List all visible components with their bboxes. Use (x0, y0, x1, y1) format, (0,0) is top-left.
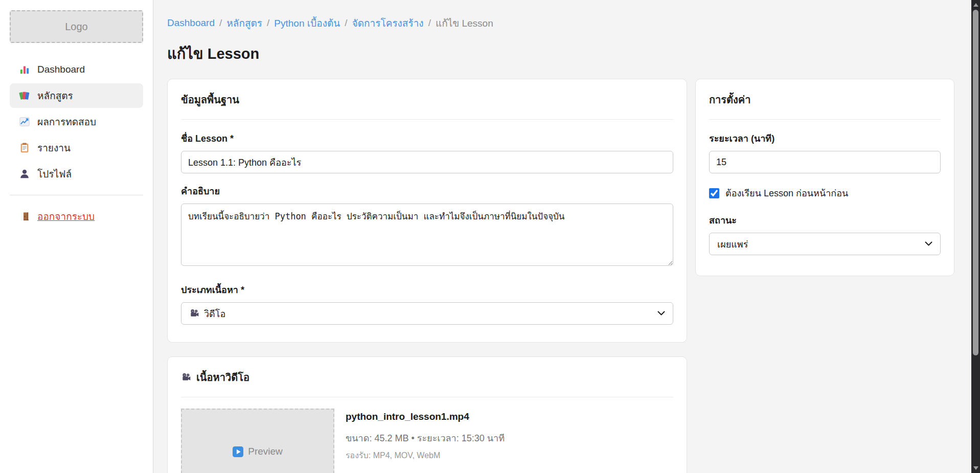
content-type-select[interactable]: วิดีโอ (181, 302, 673, 325)
prerequisite-label: ต้องเรียน Lesson ก่อนหน้าก่อน (725, 186, 848, 200)
sidebar-item-label: หลักสูตร (37, 88, 73, 103)
clipboard-icon (19, 142, 30, 153)
chevron-down-icon (657, 311, 665, 316)
sidebar-item-reports[interactable]: รายงาน (10, 136, 143, 160)
sidebar-item-courses[interactable]: หลักสูตร (10, 83, 143, 108)
sidebar-item-test-results[interactable]: ผลการทดสอบ (10, 109, 143, 134)
door-icon (21, 211, 31, 221)
logout-link[interactable]: ออกจากระบบ (10, 204, 143, 229)
content-type-value: วิดีโอ (204, 306, 225, 321)
page-title: แก้ไข Lesson (167, 42, 971, 65)
breadcrumb-separator: / (345, 17, 347, 29)
video-content-title: เนื้อหาวิดีโอ (181, 369, 673, 397)
left-column: ข้อมูลพื้นฐาน ชื่อ Lesson * คำอธิบาย บทเ… (167, 79, 687, 473)
breadcrumb-link-dashboard[interactable]: Dashboard (167, 17, 215, 29)
breadcrumb-separator: / (428, 17, 431, 29)
video-meta: ขนาด: 45.2 MB • ระยะเวลา: 15:30 นาที (346, 431, 505, 445)
lesson-name-input[interactable] (181, 151, 673, 173)
video-supported-formats: รองรับ: MP4, MOV, WebM (346, 449, 505, 462)
preview-label: Preview (248, 446, 283, 457)
right-column: การตั้งค่า ระยะเวลา (นาที) ต้องเรียน Les… (695, 79, 954, 276)
sidebar-item-label: ผลการทดสอบ (37, 114, 96, 129)
prerequisite-checkbox-row[interactable]: ต้องเรียน Lesson ก่อนหน้าก่อน (709, 186, 941, 200)
page-scrollbar[interactable] (971, 0, 980, 473)
prerequisite-checkbox[interactable] (709, 188, 719, 198)
breadcrumb: Dashboard / หลักสูตร / Python เบื้องต้น … (167, 15, 971, 31)
sidebar-item-label: รายงาน (37, 140, 71, 155)
scrollbar-thumb[interactable] (973, 10, 978, 355)
sidebar-item-label: Dashboard (37, 64, 85, 75)
description-label: คำอธิบาย (181, 184, 673, 198)
settings-card: การตั้งค่า ระยะเวลา (นาที) ต้องเรียน Les… (695, 79, 954, 276)
books-icon (19, 90, 30, 101)
status-label: สถานะ (709, 213, 941, 228)
main-content: Dashboard / หลักสูตร / Python เบื้องต้น … (153, 0, 971, 473)
sidebar-nav: Dashboard หลักสูตร ผลการทดสอบ (10, 57, 143, 188)
logo-placeholder: Logo (10, 10, 143, 43)
video-content-title-text: เนื้อหาวิดีโอ (196, 369, 249, 386)
status-value: เผยแพร่ (717, 237, 748, 252)
duration-input[interactable] (709, 151, 941, 173)
video-content-card: เนื้อหาวิดีโอ Preview python_intro_ (167, 356, 687, 473)
basic-info-card: ข้อมูลพื้นฐาน ชื่อ Lesson * คำอธิบาย บทเ… (167, 79, 687, 343)
description-textarea[interactable]: บทเรียนนี้จะอธิบายว่า Python คืออะไร ประ… (181, 204, 673, 266)
breadcrumb-separator: / (267, 17, 269, 29)
duration-label: ระยะเวลา (นาที) (709, 131, 941, 146)
video-row: Preview python_intro_lesson1.mp4 ขนาด: 4… (181, 409, 673, 473)
person-icon (19, 168, 30, 179)
play-icon (233, 446, 243, 457)
sidebar-item-label: โปรไฟล์ (37, 166, 72, 182)
video-filename: python_intro_lesson1.mp4 (346, 411, 505, 422)
breadcrumb-link-structure[interactable]: จัดการโครงสร้าง (352, 15, 424, 31)
breadcrumb-separator: / (219, 17, 222, 29)
status-select[interactable]: เผยแพร่ (709, 233, 941, 255)
breadcrumb-current: แก้ไข Lesson (436, 15, 493, 31)
movie-camera-icon (189, 308, 199, 319)
scrollbar-up-arrow[interactable] (971, 0, 980, 10)
video-preview[interactable]: Preview (181, 409, 334, 473)
sidebar: Logo Dashboard หลักสูตร (0, 0, 153, 473)
bar-chart-icon (19, 64, 30, 75)
basic-info-title: ข้อมูลพื้นฐาน (181, 92, 673, 120)
breadcrumb-link-course[interactable]: Python เบื้องต้น (274, 15, 340, 31)
chevron-down-icon (925, 241, 932, 246)
lesson-name-label: ชื่อ Lesson * (181, 131, 673, 146)
sidebar-item-profile[interactable]: โปรไฟล์ (10, 162, 143, 186)
logo-text: Logo (65, 21, 88, 33)
content-type-label: ประเภทเนื้อหา * (181, 282, 673, 297)
logout-label: ออกจากระบบ (37, 209, 95, 224)
movie-camera-icon (181, 372, 191, 382)
settings-title: การตั้งค่า (709, 92, 941, 120)
sidebar-divider (10, 195, 143, 195)
breadcrumb-link-courses[interactable]: หลักสูตร (226, 15, 262, 31)
video-info: python_intro_lesson1.mp4 ขนาด: 45.2 MB •… (346, 409, 505, 473)
content-area: ข้อมูลพื้นฐาน ชื่อ Lesson * คำอธิบาย บทเ… (167, 79, 971, 473)
chart-increasing-icon (19, 116, 30, 127)
scrollbar-down-arrow[interactable] (971, 463, 980, 473)
sidebar-item-dashboard[interactable]: Dashboard (10, 57, 143, 82)
